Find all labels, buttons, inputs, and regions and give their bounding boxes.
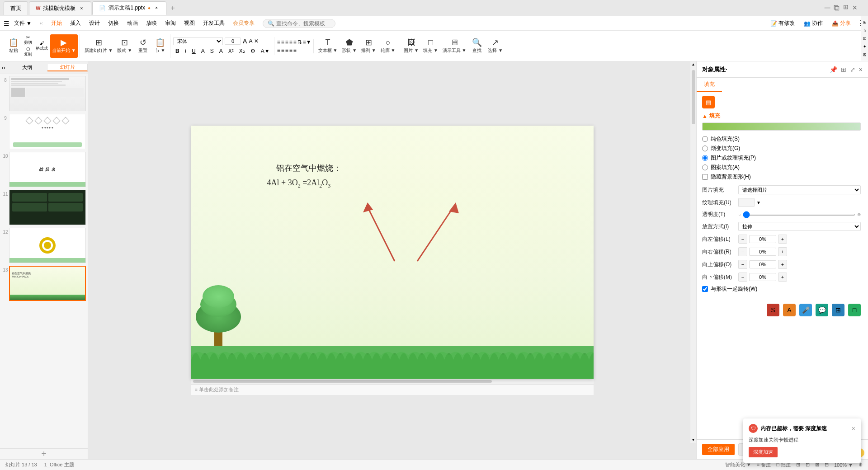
new-slide-btn[interactable]: ⊞ 新建幻灯片 ▼ <box>83 34 115 58</box>
menu-start[interactable]: 开始 <box>47 18 66 28</box>
copy-btn[interactable]: ⬡ 复制 <box>23 47 33 57</box>
slide-thumb-13[interactable]: 铝在空气中燃烧 4Al+3O₂=2Al₂O₃ <box>9 266 86 301</box>
italic-btn[interactable]: I <box>183 47 189 55</box>
decrease-indent-btn[interactable]: ≡ <box>285 39 288 45</box>
slide-item-12[interactable]: 12 <box>2 228 86 263</box>
justify-btn[interactable]: ≡ <box>289 47 292 53</box>
scroll-down-btn[interactable]: ▼ <box>692 438 695 442</box>
offset-down-minus[interactable]: − <box>738 273 747 282</box>
slide-item-13[interactable]: 13 铝在空气中燃烧 4Al+3O₂=2Al₂O₃ <box>2 266 86 301</box>
offset-right-minus[interactable]: − <box>738 247 747 256</box>
texture-dropdown-btn[interactable]: ▼ <box>756 200 761 205</box>
format-paint-btn[interactable]: 🖌 格式式 <box>34 34 49 58</box>
rp-resize-btn[interactable]: ⤢ <box>850 66 855 73</box>
sort-btn[interactable]: ⇅ <box>297 39 302 45</box>
fill-color-preview[interactable] <box>702 122 861 131</box>
find-btn[interactable]: 🔍 查找 <box>469 34 485 58</box>
rp-side-icon-2[interactable]: ☆ <box>863 28 867 33</box>
superscript-btn[interactable]: X² <box>226 47 236 55</box>
offset-up-input[interactable] <box>749 260 776 268</box>
notes-bar[interactable]: ≡ 单击此处添加备注 <box>191 384 594 395</box>
radio-gradient-input[interactable] <box>702 146 708 151</box>
slide-canvas[interactable]: 铝在空气中燃烧： 4Al + 3O2 =2Al2O3 <box>191 126 594 379</box>
fill-icon-btn[interactable]: ▤ <box>702 96 715 108</box>
rotate-checkbox-row[interactable]: 与形状一起旋转(W) <box>702 285 861 293</box>
new-tab-button[interactable]: + <box>167 3 178 14</box>
menu-insert[interactable]: 插入 <box>66 18 85 28</box>
slide-item-8[interactable]: 8 <box>2 76 86 111</box>
has-changes-btn[interactable]: 📝 有修改 <box>768 18 797 28</box>
offset-left-input[interactable] <box>749 235 776 243</box>
doc-tab-close[interactable]: × <box>153 5 160 11</box>
v-scrollbar[interactable]: ▲ ▼ <box>690 61 696 443</box>
clear-format-btn[interactable]: ✕ <box>254 38 259 44</box>
subscript-btn[interactable]: X₂ <box>237 47 247 55</box>
picture-fill-select[interactable]: 请选择图片 <box>738 185 861 194</box>
slide-thumb-8[interactable] <box>9 76 86 111</box>
rp-close-btn[interactable]: × <box>859 66 863 73</box>
share-btn[interactable]: 📤 分享 <box>829 18 854 28</box>
collaborate-btn[interactable]: 👥 协作 <box>801 18 826 28</box>
arrange-btn[interactable]: ⊞ 排列 ▼ <box>359 34 378 58</box>
offset-right-plus[interactable]: + <box>778 247 787 256</box>
font-family-select[interactable]: 宋体 <box>173 37 223 45</box>
list-bullet-btn[interactable]: ≡ <box>277 39 280 45</box>
placement-select[interactable]: 拉伸 <box>738 222 861 231</box>
underline-btn[interactable]: U <box>189 47 198 55</box>
radio-gradient[interactable]: 渐变填充(G) <box>702 145 861 152</box>
shape-btn[interactable]: ⬟ 形状 ▼ <box>340 34 359 58</box>
template-tab-close[interactable]: × <box>78 5 85 11</box>
slide-thumb-11[interactable] <box>9 190 86 225</box>
strikethrough-btn[interactable]: S <box>208 47 216 55</box>
menu-toggle[interactable]: ☰ <box>4 20 9 27</box>
slides-tab[interactable]: 幻灯片 <box>47 64 88 71</box>
align-right-btn[interactable]: ≡ <box>285 47 288 53</box>
outline-shape-btn[interactable]: ○ 轮廓 ▼ <box>379 34 397 58</box>
cut-btn[interactable]: ✂ 剪切 <box>23 35 33 46</box>
decrease-font-btn[interactable]: A <box>249 38 252 44</box>
textbox-btn[interactable]: T 文本框 ▼ <box>316 34 340 58</box>
menu-play[interactable]: 放映 <box>142 18 160 28</box>
grid-btn[interactable]: ⊞ <box>843 3 849 13</box>
rp-side-icon-3[interactable]: ⊡ <box>863 36 867 41</box>
v-scroll-thumb[interactable] <box>692 70 695 124</box>
tab-template[interactable]: W 找模版壳模板 × <box>29 1 91 15</box>
rp-icon-grid[interactable]: ⊞ <box>832 304 844 316</box>
slide-item-11[interactable]: 11 <box>2 190 86 225</box>
slide-thumb-12[interactable] <box>9 228 86 263</box>
offset-up-minus[interactable]: − <box>738 260 747 269</box>
restore-btn[interactable]: ⧉ <box>834 3 840 13</box>
rp-expand-btn[interactable]: ⊞ <box>841 66 846 73</box>
menu-design[interactable]: 设计 <box>85 18 104 28</box>
apply-all-btn[interactable]: 全部应用 <box>702 444 735 455</box>
offset-left-minus[interactable]: − <box>738 235 747 244</box>
offset-left-plus[interactable]: + <box>778 235 787 244</box>
menu-member[interactable]: 会员专享 <box>229 18 258 28</box>
h-scrollbar[interactable] <box>191 379 594 384</box>
select-btn[interactable]: ↗ 选择 ▼ <box>486 34 505 58</box>
radio-solid-input[interactable] <box>702 136 708 142</box>
offset-up-plus[interactable]: + <box>778 260 787 269</box>
list-number-btn[interactable]: ≡ <box>281 39 284 45</box>
reset-btn[interactable]: ↺ 重置 <box>135 34 151 58</box>
tab-doc[interactable]: 📄 演示文稿1.pptx ● × <box>92 1 166 15</box>
rp-side-icon-1[interactable]: ⊞ <box>863 20 867 24</box>
play-current-btn[interactable]: ▶ 当前开始 ▼ <box>50 34 78 58</box>
slide-item-10[interactable]: 10 战 队 名 <box>2 152 86 187</box>
menu-review[interactable]: 审阅 <box>161 18 179 28</box>
col-layout-btn[interactable]: ≡ <box>293 47 297 53</box>
rp-icon-a[interactable]: A <box>783 304 796 316</box>
slide-thumb-9[interactable]: ◆ ◆ ◆ ◆ ◆ <box>9 114 86 149</box>
rp-pin-btn[interactable]: 📌 <box>830 66 837 73</box>
h-scroll-thumb[interactable] <box>193 380 492 383</box>
menu-file[interactable]: 文件▼ <box>10 18 35 28</box>
outline-btn[interactable]: A <box>217 47 225 55</box>
radio-picture[interactable]: 图片或纹理填充(P) <box>702 154 861 162</box>
tab-home[interactable]: 首页 <box>4 1 28 15</box>
radio-picture-input[interactable] <box>702 155 708 161</box>
checkbox-hide-bg[interactable]: 隐藏背景图形(H) <box>702 173 861 181</box>
menu-view[interactable]: 视图 <box>180 18 198 28</box>
slide-item-9[interactable]: 9 ◆ ◆ ◆ ◆ ◆ <box>2 114 86 149</box>
fill-btn[interactable]: □ 填充 ▼ <box>421 34 440 58</box>
offset-down-plus[interactable]: + <box>778 273 787 282</box>
